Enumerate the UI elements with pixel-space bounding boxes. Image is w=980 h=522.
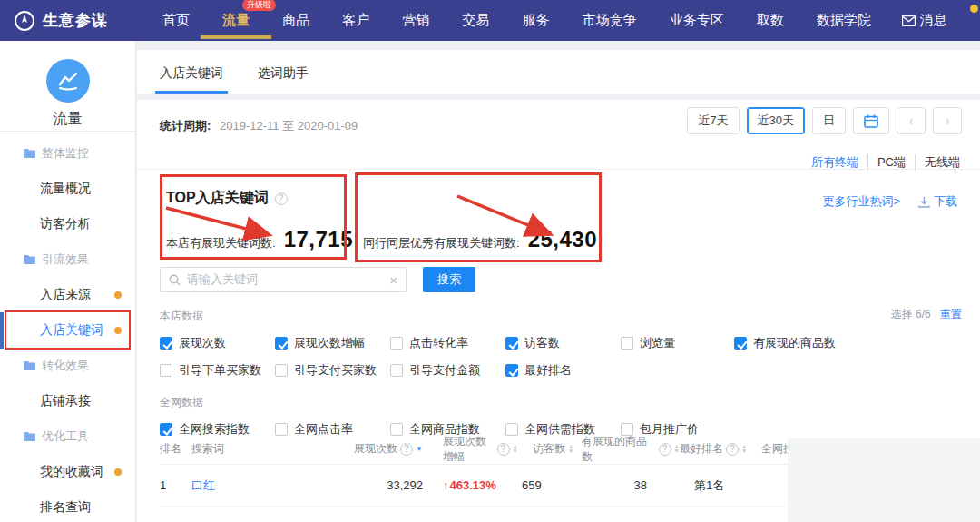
sidebar-module-title: 流量: [0, 110, 135, 129]
checkbox[interactable]: [390, 364, 403, 377]
option-products-with-impressions[interactable]: 有展现的商品数: [734, 333, 964, 353]
checkbox[interactable]: [621, 337, 633, 350]
sidebar-item-rank-query[interactable]: 排名查询: [0, 489, 135, 522]
tab-word-picker[interactable]: 选词助手: [258, 65, 309, 94]
cell-impressions: 33,292: [350, 478, 423, 492]
help-icon[interactable]: ?: [400, 443, 413, 456]
checkbox[interactable]: [505, 337, 518, 350]
date-range-controls: 近7天 近30天 日 ‹ ›: [687, 107, 962, 134]
sidebar: 流量 整体监控 流量概况 访客分析 引流效果 入店来源 入店关键词 转化效果 店…: [0, 41, 136, 522]
orange-dot: [114, 468, 122, 476]
sidebar-group-overall-monitor[interactable]: 整体监控: [0, 135, 135, 171]
nav-menu: 首页 流量 升级啦 商品 客户 营销 交易 服务 市场竞争 业务专区 取数 数据…: [161, 8, 956, 33]
nav-item-data-academy[interactable]: 数据学院: [815, 8, 873, 33]
nav-item-products[interactable]: 商品: [280, 8, 311, 33]
metric-filters: 本店数据 选择 6/6 重置 展现次数 展现次数增幅 点击转化率 访客数 浏览量…: [160, 309, 964, 439]
option-impressions[interactable]: 展现次数: [160, 333, 275, 353]
folder-icon: [24, 254, 35, 264]
calendar-button[interactable]: [853, 107, 889, 134]
option-guided-pay-buyers[interactable]: 引导支付买家数: [275, 360, 390, 380]
day-button[interactable]: 日: [812, 107, 846, 134]
folder-icon: [24, 431, 35, 441]
traffic-module-icon[interactable]: [46, 59, 90, 103]
nav-item-business-zone[interactable]: 业务专区: [668, 8, 726, 33]
keyword-search-row: 请输入关键词 × 搜索: [160, 267, 475, 292]
checkbox[interactable]: [390, 337, 403, 350]
col-impressions[interactable]: 展现次数 ? ▼: [350, 441, 423, 457]
checkbox[interactable]: [160, 337, 172, 350]
stat-period-value: 2019-12-11 至 2020-01-09: [220, 119, 358, 133]
top-keywords-title: TOP入店关键词 ?: [166, 189, 288, 208]
col-products[interactable]: 有展现的商品数 ? ▲▼: [582, 434, 680, 465]
last-30-days-button[interactable]: 近30天: [747, 107, 805, 134]
stat-period: 统计周期: 2019-12-11 至 2020-01-09: [160, 118, 358, 134]
messages-label: 消息: [920, 12, 947, 29]
col-impression-growth[interactable]: 展现次数增幅 ? ▲▼: [423, 434, 518, 465]
blank-overlay: [788, 438, 980, 522]
nav-item-data-fetch[interactable]: 取数: [755, 8, 786, 33]
shop-keyword-metric: 本店有展现关键词数: 17,715: [166, 227, 353, 252]
help-icon[interactable]: ?: [726, 443, 739, 456]
peer-keyword-metric: 同行同层优秀有展现关键词数: 25,430: [363, 227, 597, 252]
keyword-link[interactable]: 口红: [191, 478, 215, 492]
sidebar-item-traffic-overview[interactable]: 流量概况: [0, 171, 135, 206]
checkbox[interactable]: [275, 364, 288, 377]
option-guided-order-buyers[interactable]: 引导下单买家数: [160, 360, 275, 380]
option-click-conversion[interactable]: 点击转化率: [390, 333, 505, 353]
sort-desc-icon[interactable]: ▼: [416, 445, 423, 453]
option-visitors[interactable]: 访客数: [505, 333, 621, 353]
option-best-rank[interactable]: 最好排名: [505, 360, 621, 380]
sidebar-item-visitor-analysis[interactable]: 访客分析: [0, 206, 135, 241]
orange-dot: [114, 327, 122, 334]
reset-link[interactable]: 重置: [940, 308, 962, 320]
col-keyword: 搜索词: [191, 441, 350, 457]
sidebar-item-my-favorite-words[interactable]: 我的收藏词: [0, 454, 135, 489]
sidebar-group-traffic-effect[interactable]: 引流效果: [0, 241, 135, 277]
help-icon[interactable]: ?: [497, 443, 510, 456]
download-link[interactable]: 下载: [918, 193, 957, 210]
sidebar-item-store-undertake[interactable]: 店铺承接: [0, 383, 135, 419]
keyword-search-input[interactable]: 请输入关键词 ×: [160, 267, 407, 292]
nav-item-marketing[interactable]: 营销: [400, 8, 431, 33]
search-button[interactable]: 搜索: [423, 267, 475, 292]
col-rank: 排名: [160, 441, 191, 457]
help-icon[interactable]: ?: [275, 192, 288, 205]
sort-icon[interactable]: ▲▼: [568, 445, 573, 453]
next-period-button[interactable]: ›: [933, 107, 962, 134]
nav-item-customers[interactable]: 客户: [340, 8, 371, 33]
checkbox[interactable]: [734, 337, 747, 350]
col-best-rank[interactable]: 最好排名 ? ▲▼: [680, 441, 761, 457]
checkbox[interactable]: [505, 364, 518, 377]
last-7-days-button[interactable]: 近7天: [687, 107, 739, 134]
download-icon: [918, 196, 930, 208]
shop-options-grid: 展现次数 展现次数增幅 点击转化率 访客数 浏览量 有展现的商品数 引导下单买家…: [160, 333, 964, 380]
sidebar-item-store-source[interactable]: 入店来源: [0, 277, 135, 312]
sidebar-group-optimize-tools[interactable]: 优化工具: [0, 419, 135, 454]
top-navigation: 生意参谋 首页 流量 升级啦 商品 客户 营销 交易 服务 市场竞争 业务专区 …: [0, 0, 980, 41]
tab-store-keywords[interactable]: 入店关键词: [160, 65, 223, 94]
nav-item-traffic[interactable]: 流量 升级啦: [220, 8, 251, 33]
messages-entry[interactable]: 消息: [902, 12, 947, 29]
option-guided-pay-amount[interactable]: 引导支付金额: [390, 360, 505, 380]
checkbox[interactable]: [160, 364, 172, 377]
sidebar-group-conversion[interactable]: 转化效果: [0, 348, 135, 383]
nav-item-service[interactable]: 服务: [520, 8, 551, 33]
prev-period-button[interactable]: ‹: [897, 107, 926, 134]
option-pageviews[interactable]: 浏览量: [621, 333, 734, 353]
checkbox[interactable]: [275, 337, 288, 350]
nav-item-trade[interactable]: 交易: [460, 8, 491, 33]
nav-item-market-competition[interactable]: 市场竞争: [581, 8, 639, 33]
clear-input-icon[interactable]: ×: [389, 272, 397, 288]
help-icon[interactable]: ?: [659, 443, 671, 456]
app-brand[interactable]: 生意参谋: [14, 10, 108, 32]
sidebar-menu: 整体监控 流量概况 访客分析 引流效果 入店来源 入店关键词 转化效果 店铺承接…: [0, 132, 135, 522]
nav-item-home[interactable]: 首页: [161, 8, 191, 33]
option-impression-growth[interactable]: 展现次数增幅: [275, 333, 390, 353]
sidebar-item-store-keywords[interactable]: 入店关键词: [0, 312, 135, 348]
more-industry-hotwords-link[interactable]: 更多行业热词>: [822, 193, 900, 210]
keyword-panel: 统计周期: 2019-12-11 至 2020-01-09 近7天 近30天 日…: [137, 100, 980, 522]
col-visitors[interactable]: 访客数 ▲▼: [518, 441, 582, 457]
sort-icon[interactable]: ▲▼: [741, 445, 747, 453]
cell-products: 38: [582, 478, 680, 492]
selected-item-indicator: [0, 312, 4, 349]
